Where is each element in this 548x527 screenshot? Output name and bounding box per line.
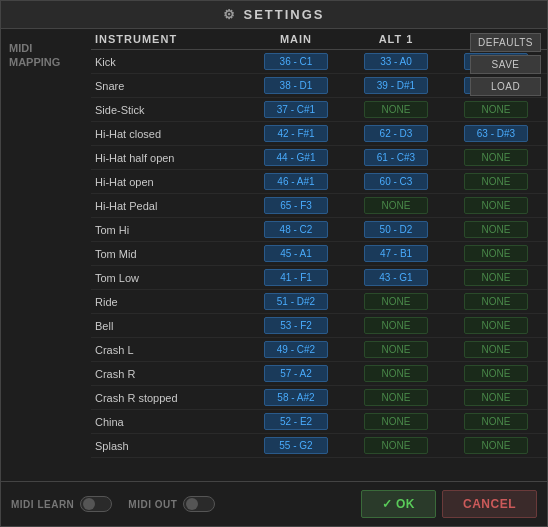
midi-badge[interactable]: 33 - A0 [364,53,428,70]
midi-badge[interactable]: 61 - C#3 [364,149,428,166]
midi-badge[interactable]: NONE [464,413,528,430]
midi-badge[interactable]: NONE [464,245,528,262]
midi-badge[interactable]: NONE [364,437,428,454]
midi-badge[interactable]: 47 - B1 [364,245,428,262]
midi-learn-toggle[interactable] [80,496,112,512]
instrument-name: Hi-Hat half open [91,152,246,164]
midi-badge[interactable]: NONE [464,317,528,334]
midi-badge[interactable]: NONE [464,437,528,454]
instrument-name: Crash R [91,368,246,380]
midi-cell-alt2: NONE [446,268,546,287]
instrument-name: Splash [91,440,246,452]
midi-cell-alt2: NONE [446,412,546,431]
midi-cell-alt1: 50 - D2 [346,220,446,239]
midi-cell-main: 52 - E2 [246,412,346,431]
midi-cell-alt1: NONE [346,364,446,383]
midi-learn-label: MIDI LEARN [11,499,74,510]
midi-badge[interactable]: NONE [364,413,428,430]
midi-badge[interactable]: 39 - D#1 [364,77,428,94]
midi-badge[interactable]: 42 - F#1 [264,125,328,142]
midi-badge[interactable]: NONE [464,173,528,190]
midi-badge[interactable]: NONE [464,197,528,214]
midi-badge[interactable]: 51 - D#2 [264,293,328,310]
midi-badge[interactable]: NONE [364,101,428,118]
midi-badge[interactable]: NONE [464,341,528,358]
instrument-name: Tom Hi [91,224,246,236]
midi-badge[interactable]: 45 - A1 [264,245,328,262]
midi-cell-alt2: NONE [446,340,546,359]
midi-badge[interactable]: 43 - G1 [364,269,428,286]
midi-out-group: MIDI OUT [128,496,215,512]
instrument-name: Hi-Hat closed [91,128,246,140]
midi-badge[interactable]: 38 - D1 [264,77,328,94]
midi-cell-alt2: NONE [446,388,546,407]
col-alt1: ALT 1 [346,33,446,45]
midi-badge[interactable]: NONE [464,365,528,382]
window-title: SETTINGS [243,7,324,22]
midi-cell-alt1: NONE [346,100,446,119]
table-row: Hi-Hat closed42 - F#162 - D363 - D#3 [91,122,547,146]
midi-learn-group: MIDI LEARN [11,496,112,512]
midi-cell-alt2: 63 - D#3 [446,124,546,143]
midi-out-toggle[interactable] [183,496,215,512]
midi-badge[interactable]: 48 - C2 [264,221,328,238]
midi-badge[interactable]: 62 - D3 [364,125,428,142]
midi-badge[interactable]: 53 - F2 [264,317,328,334]
midi-cell-alt1: NONE [346,436,446,455]
title-bar: ⚙ SETTINGS [1,1,547,29]
midi-badge[interactable]: 52 - E2 [264,413,328,430]
midi-badge[interactable]: 37 - C#1 [264,101,328,118]
midi-badge[interactable]: 65 - F3 [264,197,328,214]
midi-badge[interactable]: NONE [464,221,528,238]
midi-badge[interactable]: NONE [364,341,428,358]
midi-badge[interactable]: NONE [364,365,428,382]
table-row: Hi-Hat half open44 - G#161 - C#3NONE [91,146,547,170]
midi-badge[interactable]: 49 - C#2 [264,341,328,358]
instrument-name: Hi-Hat Pedal [91,200,246,212]
midi-cell-main: 42 - F#1 [246,124,346,143]
midi-cell-main: 51 - D#2 [246,292,346,311]
midi-badge[interactable]: NONE [464,101,528,118]
midi-badge[interactable]: 55 - G2 [264,437,328,454]
midi-badge[interactable]: 50 - D2 [364,221,428,238]
midi-mapping-label: MIDI MAPPING [9,41,60,70]
midi-badge[interactable]: 63 - D#3 [464,125,528,142]
midi-cell-alt2: NONE [446,172,546,191]
midi-cell-alt2: NONE [446,364,546,383]
midi-badge[interactable]: 58 - A#2 [264,389,328,406]
table-row: Bell53 - F2NONENONE [91,314,547,338]
instrument-name: Hi-Hat open [91,176,246,188]
midi-cell-main: 49 - C#2 [246,340,346,359]
ok-button[interactable]: ✓ OK [361,490,436,518]
midi-badge[interactable]: NONE [364,317,428,334]
midi-cell-main: 57 - A2 [246,364,346,383]
defaults-button[interactable]: DEFAULTS [470,33,541,52]
midi-badge[interactable]: NONE [464,389,528,406]
midi-badge[interactable]: 36 - C1 [264,53,328,70]
col-instrument: INSTRUMENT [91,33,246,45]
midi-badge[interactable]: NONE [464,293,528,310]
midi-badge[interactable]: 57 - A2 [264,365,328,382]
midi-badge[interactable]: NONE [364,293,428,310]
instrument-name: Side-Stick [91,104,246,116]
midi-badge[interactable]: 44 - G#1 [264,149,328,166]
midi-cell-main: 48 - C2 [246,220,346,239]
midi-cell-main: 58 - A#2 [246,388,346,407]
midi-badge[interactable]: NONE [464,269,528,286]
midi-cell-alt2: NONE [446,436,546,455]
table-row: Hi-Hat Pedal65 - F3NONENONE [91,194,547,218]
load-button[interactable]: LOAD [470,77,541,96]
midi-badge[interactable]: NONE [364,389,428,406]
settings-window: ⚙ SETTINGS DEFAULTS SAVE LOAD MIDI MAPPI… [0,0,548,527]
midi-badge[interactable]: NONE [464,149,528,166]
midi-badge[interactable]: NONE [364,197,428,214]
midi-cell-main: 44 - G#1 [246,148,346,167]
midi-badge[interactable]: 41 - F1 [264,269,328,286]
instrument-name: Ride [91,296,246,308]
cancel-button[interactable]: CANCEL [442,490,537,518]
save-button[interactable]: SAVE [470,55,541,74]
midi-out-knob [186,498,198,510]
midi-badge[interactable]: 46 - A#1 [264,173,328,190]
table-row: Crash R57 - A2NONENONE [91,362,547,386]
midi-badge[interactable]: 60 - C3 [364,173,428,190]
